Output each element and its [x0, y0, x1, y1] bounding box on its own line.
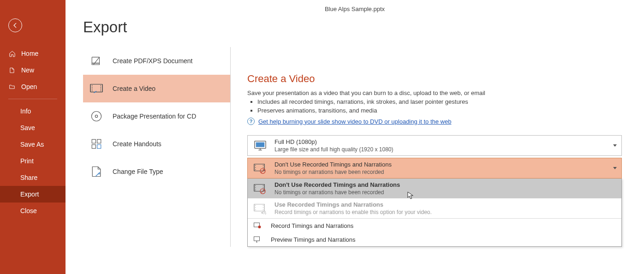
- back-button[interactable]: [8, 18, 22, 32]
- export-handouts[interactable]: Create Handouts: [83, 130, 230, 158]
- open-icon: [8, 83, 16, 90]
- filetype-icon: [89, 165, 103, 179]
- sidebar-label: New: [21, 66, 34, 74]
- option-title: Use Recorded Timings and Narrations: [274, 201, 617, 208]
- bullet-item: Includes all recorded timings, narration…: [257, 98, 622, 105]
- option-subtitle: No timings or narrations have been recor…: [274, 189, 617, 196]
- export-pdf-xps[interactable]: Create PDF/XPS Document: [83, 47, 230, 75]
- video-quality-dropdown[interactable]: Full HD (1080p) Large file size and full…: [247, 135, 622, 156]
- sidebar-item-save[interactable]: Save: [0, 119, 66, 136]
- sidebar-label: Open: [21, 83, 37, 90]
- option-dont-use-timings[interactable]: Don't Use Recorded Timings and Narration…: [248, 179, 621, 198]
- record-icon: [252, 221, 262, 230]
- backstage-sidebar: Home New Open Info Save Save As Print Sh…: [0, 0, 66, 274]
- preview-icon: [252, 235, 262, 244]
- sidebar-divider: [8, 99, 57, 99]
- arrow-left-icon: [12, 22, 18, 29]
- timings-dropdown[interactable]: Don't Use Recorded Timings and Narration…: [247, 158, 622, 179]
- sidebar-item-close[interactable]: Close: [0, 203, 66, 219]
- chevron-down-icon: [613, 167, 617, 169]
- dropdown-title: Full HD (1080p): [274, 138, 609, 145]
- help-icon: ?: [247, 118, 255, 125]
- sidebar-item-saveas[interactable]: Save As: [0, 136, 66, 153]
- action-label: Preview Timings and Narrations: [271, 236, 356, 243]
- svg-rect-6: [97, 139, 101, 143]
- export-create-video[interactable]: Create a Video: [83, 75, 230, 102]
- dropdown-subtitle: Large file size and full high quality (1…: [274, 146, 609, 153]
- video-icon: [89, 82, 103, 95]
- dropdown-title: Don't Use Recorded Timings and Narration…: [274, 161, 609, 168]
- sidebar-item-home[interactable]: Home: [0, 45, 66, 62]
- action-label: Record Timings and Narrations: [271, 222, 353, 229]
- help-link[interactable]: Get help burning your slide show video t…: [258, 118, 451, 125]
- export-label: Create a Video: [113, 85, 155, 92]
- home-icon: [8, 50, 16, 57]
- export-change-filetype[interactable]: Change File Type: [83, 158, 230, 185]
- export-label: Package Presentation for CD: [113, 113, 196, 120]
- export-package-cd[interactable]: Package Presentation for CD: [83, 102, 230, 130]
- sidebar-item-new[interactable]: New: [0, 62, 66, 78]
- svg-point-4: [95, 115, 97, 117]
- chevron-down-icon: [613, 144, 617, 147]
- filmstrip-no-icon: [252, 161, 268, 175]
- svg-rect-1: [92, 63, 99, 65]
- bullet-item: Preserves animations, transitions, and m…: [257, 107, 622, 114]
- create-video-panel: Create a Video Save your presentation as…: [231, 47, 644, 247]
- export-label: Create Handouts: [113, 140, 161, 148]
- sidebar-item-info[interactable]: Info: [0, 103, 66, 119]
- timings-dropdown-popup: Don't Use Recorded Timings and Narration…: [247, 179, 622, 247]
- sidebar-label: Home: [21, 50, 38, 57]
- svg-point-3: [92, 112, 101, 121]
- main-area: Blue Alps Sample.pptx Export Create PDF/…: [66, 0, 644, 274]
- filmstrip-sound-icon: [252, 202, 268, 215]
- svg-rect-7: [92, 145, 95, 149]
- option-use-timings: Use Recorded Timings and Narrations Reco…: [248, 198, 621, 218]
- page-title: Export: [83, 18, 644, 36]
- svg-rect-8: [97, 145, 101, 149]
- section-description: Save your presentation as a video that y…: [247, 89, 622, 96]
- sidebar-item-share[interactable]: Share: [0, 169, 66, 186]
- cd-icon: [89, 109, 103, 123]
- pdf-icon: [89, 54, 103, 68]
- handouts-icon: [89, 137, 103, 151]
- preview-timings-action[interactable]: Preview Timings and Narrations: [248, 232, 621, 246]
- sidebar-item-export[interactable]: Export: [0, 186, 66, 203]
- dropdown-subtitle: No timings or narrations have been recor…: [274, 169, 609, 175]
- section-title: Create a Video: [247, 73, 622, 85]
- new-icon: [8, 66, 16, 74]
- sidebar-item-open[interactable]: Open: [0, 78, 66, 95]
- filmstrip-no-icon: [252, 182, 268, 196]
- export-type-list: Create PDF/XPS Document Create a Video P…: [83, 47, 231, 247]
- option-title: Don't Use Recorded Timings and Narration…: [274, 181, 617, 188]
- sidebar-item-print[interactable]: Print: [0, 153, 66, 169]
- export-label: Create PDF/XPS Document: [113, 57, 193, 65]
- option-subtitle: Record timings or narrations to enable t…: [274, 209, 617, 215]
- record-timings-action[interactable]: Record Timings and Narrations: [248, 219, 621, 232]
- svg-rect-18: [254, 237, 260, 241]
- svg-rect-10: [256, 142, 265, 147]
- monitor-icon: [252, 139, 268, 153]
- svg-point-17: [258, 226, 261, 228]
- feature-bullets: Includes all recorded timings, narration…: [257, 98, 622, 114]
- export-label: Change File Type: [113, 168, 163, 175]
- svg-rect-5: [92, 139, 95, 143]
